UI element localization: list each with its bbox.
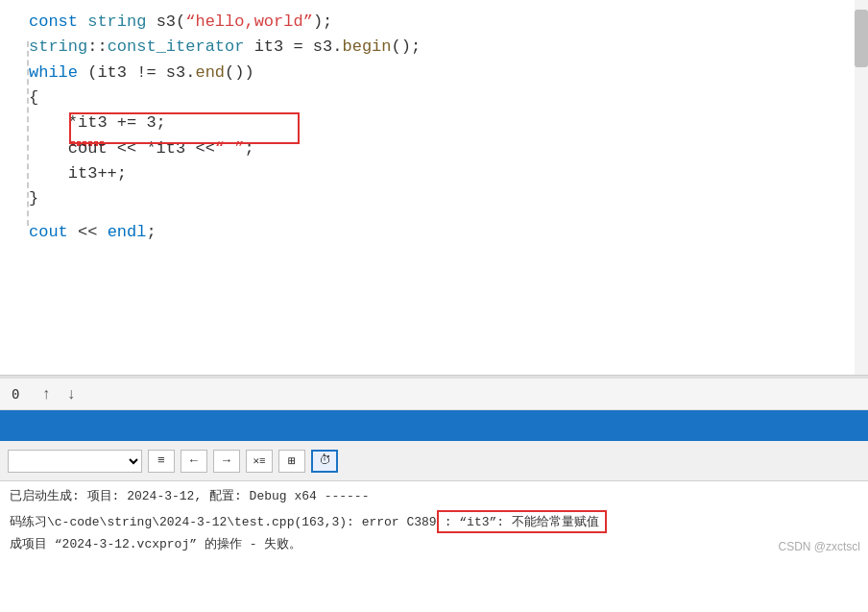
code-token: const_iterator (108, 35, 245, 60)
code-token: “ ” (215, 136, 245, 161)
error-line-wrap: 码练习\c-code\string\2024-3-12\test.cpp(163… (10, 510, 858, 533)
code-token: string (29, 35, 87, 60)
code-token: cout (29, 220, 68, 245)
output-line-3: 成项目 “2024-3-12.vcxproj” 的操作 - 失败。 (10, 535, 858, 554)
grid-icon: ⊞ (288, 453, 296, 469)
code-token: << (68, 220, 108, 245)
toolbar-btn-grid[interactable]: ⊞ (278, 450, 305, 473)
code-line: cout << endl ; (0, 220, 868, 245)
code-line: while (it3 != s3. end ()) (0, 61, 868, 86)
code-line: cout << *it3 << “ ” ; (0, 136, 868, 161)
code-editor: const string s3( “hello,world” ); string… (0, 0, 868, 375)
output-error-box: : “it3”: 不能给常量赋值 (437, 510, 607, 533)
code-token: end (195, 61, 225, 86)
breakpoint-icon: ✕≡ (253, 454, 265, 467)
code-line: } (0, 186, 868, 211)
output-line-2-prefix: 码练习\c-code\string\2024-3-12\test.cpp(163… (10, 515, 437, 529)
toolbar-btn-timer[interactable]: ⏱ (311, 450, 338, 473)
code-token: it3++; (29, 161, 127, 186)
code-token: it3 = s3. (244, 35, 342, 60)
code-token: (it3 != s3. (78, 61, 195, 86)
back-icon: ← (190, 453, 198, 468)
code-token: { (29, 86, 38, 110)
vertical-scrollbar[interactable] (855, 0, 868, 375)
code-line: string :: const_iterator it3 = s3. begin… (0, 35, 868, 60)
code-token: ; (244, 136, 253, 161)
code-token: endl (108, 220, 147, 245)
code-token: begin (342, 35, 391, 60)
code-token: *it3 += 3; (29, 110, 166, 135)
code-token: ); (313, 10, 332, 35)
code-line: const string s3( “hello,world” ); (0, 10, 868, 35)
code-token: cout << *it3 << (29, 136, 215, 161)
code-token: ; (146, 220, 156, 245)
code-token: while (29, 61, 78, 86)
toolbar-btn-back[interactable]: ← (181, 450, 207, 473)
toolbar: ≡ ← → ✕≡ ⊞ ⏱ (0, 441, 868, 481)
code-token (78, 10, 87, 35)
toolbar-btn-breakpoint[interactable]: ✕≡ (246, 450, 273, 473)
code-line: { (0, 86, 868, 110)
code-token: } (29, 186, 38, 211)
code-token: s3( (146, 10, 185, 35)
toolbar-btn-forward[interactable]: → (213, 450, 240, 473)
blue-header-bar (0, 410, 868, 441)
output-line-1: 已启动生成: 项目: 2024-3-12, 配置: Debug x64 ----… (10, 487, 858, 506)
code-token: :: (87, 35, 107, 60)
toolbar-select[interactable] (8, 450, 142, 473)
code-line-highlighted: *it3 += 3; (0, 110, 868, 135)
forward-icon: → (223, 453, 230, 468)
code-token: string (87, 10, 146, 35)
output-area: 已启动生成: 项目: 2024-3-12, 配置: Debug x64 ----… (0, 481, 868, 559)
code-token: “hello,world” (185, 10, 313, 35)
nav-bar: 0 ↑ ↓ (0, 378, 868, 410)
watermark: CSDN @zxctscl (778, 540, 860, 553)
toolbar-btn-format[interactable]: ≡ (148, 450, 175, 473)
nav-number: 0 (12, 386, 29, 402)
code-token: const (29, 10, 78, 35)
nav-down-button[interactable]: ↓ (63, 383, 79, 404)
timer-icon: ⏱ (319, 453, 331, 468)
code-line: it3++; (0, 161, 868, 186)
code-token: ()) (225, 61, 254, 86)
format-icon: ≡ (157, 453, 165, 468)
scrollbar-thumb[interactable] (855, 10, 868, 67)
nav-up-button[interactable]: ↑ (38, 383, 54, 404)
code-token: (); (392, 35, 422, 60)
